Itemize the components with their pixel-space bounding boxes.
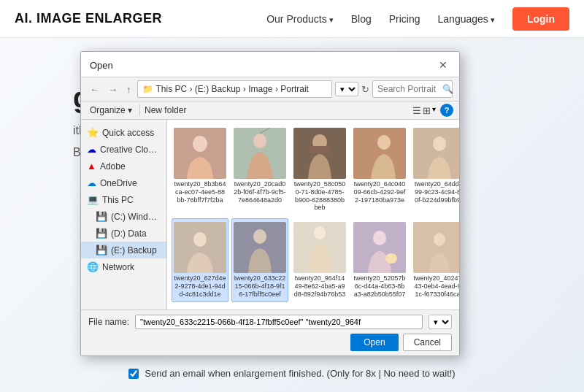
file-name-4: twenty20_64c04009-66cb-4292-9ef2-197180b… [353, 180, 406, 204]
filename-input[interactable] [135, 315, 423, 329]
sidebar-label-creative-cloud: Creative Cloud Files [100, 145, 161, 155]
file-name-10: twenty20_402471 43-0eb4-4ead-9e1c-f67330… [413, 274, 459, 298]
sidebar-item-quick-access[interactable]: ⭐ Quick access [81, 124, 166, 141]
sidebar-label-e-drive: (E:) Backup [111, 245, 157, 255]
cancel-button[interactable]: Cancel [403, 334, 452, 351]
file-item-4[interactable]: twenty20_64c04009-66cb-4292-9ef2-197180b… [351, 124, 408, 215]
addr-dropdown[interactable]: ▾ [335, 82, 358, 96]
quick-access-icon: ⭐ [87, 127, 99, 138]
svg-point-20 [385, 253, 397, 264]
dialog-close-button[interactable]: ✕ [436, 58, 450, 72]
login-button[interactable]: Login [512, 7, 569, 31]
nav-languages[interactable]: Languages [438, 13, 495, 25]
sidebar-item-onedrive[interactable]: ☁ OneDrive [81, 174, 166, 191]
refresh-icon[interactable]: ↻ [361, 84, 369, 95]
file-name-6: twenty20_627d4e2-9278-4de1-94dd-4c81c3dd… [174, 274, 226, 298]
sidebar-label-quick-access: Quick access [102, 128, 154, 138]
file-item-9[interactable]: twenty20_52057b6c-d44a-4b63-8ba3-a82b50b… [351, 218, 408, 301]
sidebar-label-onedrive: OneDrive [100, 178, 137, 188]
file-name-1: twenty20_8b3b64ca-ec07-4ee5-88bb-76bff7f… [174, 180, 226, 204]
onedrive-icon: ☁ [87, 177, 96, 188]
addr-forward-button[interactable]: → [105, 82, 120, 96]
svg-point-13 [193, 232, 207, 247]
file-thumb-5 [413, 128, 459, 179]
file-thumb-8 [293, 222, 346, 273]
file-item-8[interactable]: twenty20_964f1449-8e62-4ba5-a9d8-892f94b… [291, 218, 348, 301]
sidebar-label-network: Network [102, 262, 134, 272]
open-button[interactable]: Open [350, 334, 398, 351]
file-thumb-9 [353, 222, 406, 273]
addr-up-button[interactable]: ↑ [123, 82, 134, 96]
addr-back-button[interactable]: ← [87, 82, 102, 96]
file-open-dialog: Open ✕ ← → ↑ 📁 This PC › (E:) Backup › I… [80, 51, 460, 356]
file-item-3[interactable]: twenty20_58c0500-71-8d0e-4785-b900-62888… [291, 124, 348, 215]
file-item-2[interactable]: twenty20_20cad02b-f06f-4f7b-9cf5-7e86464… [231, 124, 288, 215]
help-button[interactable]: ? [440, 104, 453, 117]
svg-point-11 [433, 137, 446, 151]
sidebar-item-this-pc[interactable]: 💻 This PC [81, 191, 166, 208]
nav-links: Our Products Blog Pricing Languages Logi… [266, 7, 569, 31]
file-item-7[interactable]: twenty20_633c2215-066b-4f18-9f16-17fbff5… [231, 218, 288, 301]
organize-button[interactable]: Organize ▾ [87, 104, 135, 117]
view-list-button[interactable]: ☰ [412, 105, 421, 116]
dialog-body: ⭐ Quick access ☁ Creative Cloud Files ▲ … [81, 120, 459, 310]
sidebar-label-this-pc: This PC [102, 195, 134, 205]
sidebar-label-adobe: Adobe [100, 161, 126, 172]
address-path-text: This PC › (E:) Backup › Image › Portrait [156, 84, 309, 94]
file-name-3: twenty20_58c0500-71-8d0e-4785-b900-62888… [293, 180, 346, 212]
address-path: 📁 This PC › (E:) Backup › Image › Portra… [137, 80, 333, 98]
search-input[interactable] [372, 80, 453, 98]
file-item-6[interactable]: twenty20_627d4e2-9278-4de1-94dd-4c81c3dd… [172, 218, 228, 301]
view-grid-button[interactable]: ⊞ [423, 105, 431, 116]
email-checkbox[interactable] [128, 369, 139, 379]
file-thumb-7 [234, 222, 286, 273]
file-item-1[interactable]: twenty20_8b3b64ca-ec07-4ee5-88bb-76bff7f… [172, 124, 228, 215]
view-icons: ☰ ⊞ ▾ [412, 105, 436, 116]
sidebar-item-creative-cloud[interactable]: ☁ Creative Cloud Files [81, 141, 166, 158]
checkbox-area: Send an email when enlargement finished.… [0, 368, 584, 379]
svg-point-17 [314, 226, 326, 239]
svg-point-15 [253, 229, 266, 244]
creative-cloud-icon: ☁ [87, 144, 96, 155]
sidebar-item-e-drive[interactable]: 💾 (E:) Backup [81, 242, 166, 258]
folder-icon: 📁 [142, 84, 153, 94]
sidebar-item-network[interactable]: 🌐 Network [81, 258, 166, 275]
main-content: ger ithout losing quality. By AI Here. O… [0, 38, 584, 392]
checkbox-label: Send an email when enlargement finished.… [145, 368, 455, 379]
d-drive-icon: 💾 [96, 228, 107, 239]
sidebar-label-d-drive: (D:) Data [111, 228, 147, 239]
nav-blog[interactable]: Blog [351, 13, 372, 25]
filename-label: File name: [88, 317, 129, 327]
sidebar-item-c-drive[interactable]: 💾 (C:) Windows 10 [81, 208, 166, 225]
filetype-dropdown[interactable]: ▾ [429, 315, 452, 329]
svg-point-3 [253, 134, 266, 148]
file-thumb-4 [353, 128, 406, 179]
adobe-icon: ▲ [87, 161, 96, 172]
navbar: AI. IMAGE ENLARGER Our Products Blog Pri… [0, 0, 584, 38]
e-drive-icon: 💾 [96, 245, 107, 255]
dialog-titlebar: Open ✕ [81, 52, 459, 77]
sidebar-item-d-drive[interactable]: 💾 (D:) Data [81, 225, 166, 242]
dialog-bottom: File name: ▾ Open Cancel [81, 310, 459, 356]
view-dropdown-arrow[interactable]: ▾ [432, 105, 436, 116]
new-folder-button[interactable]: New folder [145, 105, 186, 115]
file-item-5[interactable]: twenty20_64ddaf99-9c23-4c94-8b0f-b224d99… [411, 124, 459, 215]
c-drive-icon: 💾 [96, 211, 107, 222]
file-name-9: twenty20_52057b6c-d44a-4b63-8ba3-a82b50b… [353, 274, 406, 298]
dialog-buttons: Open Cancel [88, 334, 452, 351]
file-name-7: twenty20_633c2215-066b-4f18-9f16-17fbff5… [234, 274, 286, 298]
file-name-8: twenty20_964f1449-8e62-4ba5-a9d8-892f94b… [293, 274, 346, 298]
network-icon: 🌐 [87, 261, 99, 272]
nav-pricing[interactable]: Pricing [389, 13, 420, 25]
file-name-2: twenty20_20cad02b-f06f-4f7b-9cf5-7e86464… [234, 180, 286, 204]
svg-point-22 [434, 233, 445, 246]
sidebar-label-c-drive: (C:) Windows 10 [111, 212, 161, 222]
file-item-10[interactable]: twenty20_402471 43-0eb4-4ead-9e1c-f67330… [411, 218, 459, 301]
nav-our-products[interactable]: Our Products [266, 13, 334, 25]
sidebar-item-adobe[interactable]: ▲ Adobe [81, 158, 166, 174]
file-thumb-1 [174, 128, 226, 179]
dialog-addressbar: ← → ↑ 📁 This PC › (E:) Backup › Image › … [81, 77, 459, 101]
svg-rect-7 [310, 146, 330, 153]
dialog-title: Open [90, 60, 436, 71]
svg-point-9 [377, 135, 391, 150]
